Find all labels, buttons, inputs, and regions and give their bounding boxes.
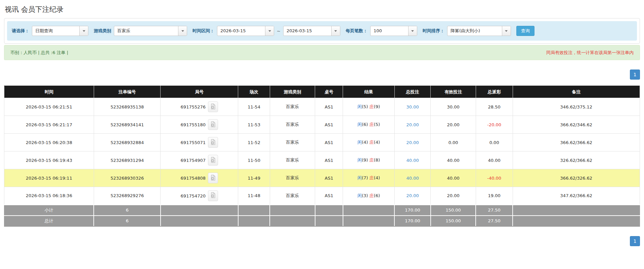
video-file-icon: [210, 139, 216, 146]
table-row: 2026-03-15 06:19:11 523268930326 6917548…: [4, 169, 640, 187]
subtotal-valid-bet: 150.00: [431, 205, 476, 216]
cell-bet-no: 523268934141: [94, 116, 161, 134]
total-bet-link[interactable]: 20.00: [406, 193, 419, 198]
cell-time: 2026-03-15 06:20:38: [4, 134, 94, 151]
round-no-text: 691754907: [181, 158, 206, 163]
cell-result: 闲(3) 庄(6): [343, 187, 394, 205]
table-header-row: 时间 注单编号 局号 场次 游戏类别 桌号 结果 总投注 有效投注 总派彩 备注: [4, 86, 640, 98]
total-row: 总计 6 170.00 150.00 27.50: [4, 216, 640, 226]
cell-result: 闲(9) 庄(8): [343, 151, 394, 169]
subtotal-payout: 27.50: [476, 205, 513, 216]
banker-label: 庄: [370, 140, 374, 145]
page-size-combobox[interactable]: 100: [370, 26, 417, 36]
header-note: 备注: [513, 86, 640, 98]
round-no-text: 691755071: [181, 140, 206, 145]
video-record-button[interactable]: [208, 119, 218, 130]
page-button-1[interactable]: 1: [630, 70, 640, 80]
chevron-down-icon[interactable]: [408, 26, 417, 36]
subtotal-label: 小计: [4, 205, 94, 216]
total-bet-link[interactable]: 30.00: [406, 104, 419, 109]
header-bet-no: 注单编号: [94, 86, 161, 98]
player-score: (5): [362, 104, 368, 109]
cell-session: 11-48: [238, 187, 270, 205]
cell-total-bet: 20.00: [394, 187, 431, 205]
query-type-value: 日期查询: [32, 26, 79, 36]
chevron-down-icon[interactable]: [502, 26, 511, 36]
cell-table-no: AS1: [315, 169, 343, 187]
cell-total-bet: 20.00: [394, 116, 431, 134]
cell-game-type: 百家乐: [270, 134, 315, 151]
cell-table-no: AS1: [315, 116, 343, 134]
table-row: 2026-03-15 06:20:38 523268932884 6917550…: [4, 134, 640, 151]
player-score: (9): [362, 158, 368, 163]
cell-note: 326.62/366.62: [513, 151, 640, 169]
top-pagination: 1: [4, 70, 640, 80]
table-row: 2026-03-15 06:18:36 523268929276 6917547…: [4, 187, 640, 205]
valid-bet-note: 同局有效投注，统一计算在该局第一张注单内: [546, 50, 634, 56]
banker-label: 庄: [370, 104, 374, 109]
header-session: 场次: [238, 86, 270, 98]
video-record-button[interactable]: [208, 190, 218, 201]
total-bet-link[interactable]: 20.00: [406, 122, 419, 127]
query-type-combobox[interactable]: 日期查询: [32, 26, 88, 36]
cell-game-type: 百家乐: [270, 116, 315, 134]
filter-panel: 请选择： 日期查询 游戏类别 百家乐 时间区间： 2026-03-15 ~ 20…: [4, 18, 640, 44]
cell-total-bet: 40.00: [394, 151, 431, 169]
chevron-down-icon[interactable]: [178, 26, 187, 36]
cell-round-no: 691754808: [161, 169, 238, 187]
video-record-button[interactable]: [208, 155, 218, 166]
total-bet-link[interactable]: 40.00: [406, 158, 419, 163]
banker-label: 庄: [370, 158, 374, 163]
total-bet-link[interactable]: 20.00: [406, 140, 419, 145]
chevron-down-icon[interactable]: [265, 26, 274, 36]
cell-result: 闲(5) 庄(9): [343, 98, 394, 116]
cell-payout: -20.00: [476, 116, 513, 134]
total-count: 6: [94, 216, 161, 226]
date-from-combobox[interactable]: 2026-03-15: [217, 26, 274, 36]
cell-result: 闲(7) 庄(4): [343, 169, 394, 187]
subtotal-row: 小计 6 170.00 150.00 27.50: [4, 205, 640, 216]
player-label: 闲: [357, 104, 362, 109]
banker-score: (4): [374, 175, 380, 180]
page-size-label: 每页笔数：: [346, 28, 368, 34]
header-game-type: 游戏类别: [270, 86, 315, 98]
video-record-button[interactable]: [208, 173, 218, 183]
cell-result: 闲(6) 庄(5): [343, 116, 394, 134]
chevron-down-icon[interactable]: [79, 26, 88, 36]
header-total-bet: 总投注: [394, 86, 431, 98]
cell-session: 11-54: [238, 98, 270, 116]
video-record-button[interactable]: [208, 137, 218, 148]
cell-bet-no: 523268932884: [94, 134, 161, 151]
total-bet-link[interactable]: 40.00: [406, 176, 419, 181]
search-button[interactable]: 查询: [516, 26, 534, 36]
round-no-text: 691755180: [181, 122, 206, 127]
page: 视讯 会员下注纪录 请选择： 日期查询 游戏类别 百家乐 时间区间： 2026-…: [0, 5, 644, 246]
video-record-button[interactable]: [208, 101, 218, 112]
banker-score: (9): [374, 104, 380, 109]
cell-valid-bet: 40.00: [431, 151, 476, 169]
sort-order-combobox[interactable]: 降冪(由大到小): [447, 26, 511, 36]
video-file-icon: [210, 175, 216, 182]
player-score: (7): [362, 175, 368, 180]
date-to-combobox[interactable]: 2026-03-15: [283, 26, 340, 36]
video-file-icon: [210, 192, 216, 199]
cell-session: 11-52: [238, 134, 270, 151]
cell-valid-bet: 0.00: [431, 134, 476, 151]
cell-payout: 28.50: [476, 98, 513, 116]
cell-time: 2026-03-15 06:18:36: [4, 187, 94, 205]
cell-time: 2026-03-15 06:21:51: [4, 98, 94, 116]
cell-session: 11-53: [238, 116, 270, 134]
chevron-down-icon[interactable]: [331, 26, 340, 36]
game-type-label: 游戏类别: [94, 28, 111, 34]
summary-bar: 币别：人民币 | 总共 :6 注单 | 同局有效投注，统一计算在该局第一张注单内: [4, 45, 640, 60]
banker-label: 庄: [370, 193, 374, 198]
cell-game-type: 百家乐: [270, 98, 315, 116]
total-total-bet: 170.00: [394, 216, 431, 226]
cell-bet-no: 523268930326: [94, 169, 161, 187]
game-type-combobox[interactable]: 百家乐: [114, 26, 187, 36]
cell-valid-bet: 40.00: [431, 169, 476, 187]
cell-result: 闲(4) 庄(4): [343, 134, 394, 151]
video-file-icon: [210, 103, 216, 110]
round-no-text: 691754720: [181, 193, 206, 198]
page-button-1[interactable]: 1: [630, 236, 640, 246]
